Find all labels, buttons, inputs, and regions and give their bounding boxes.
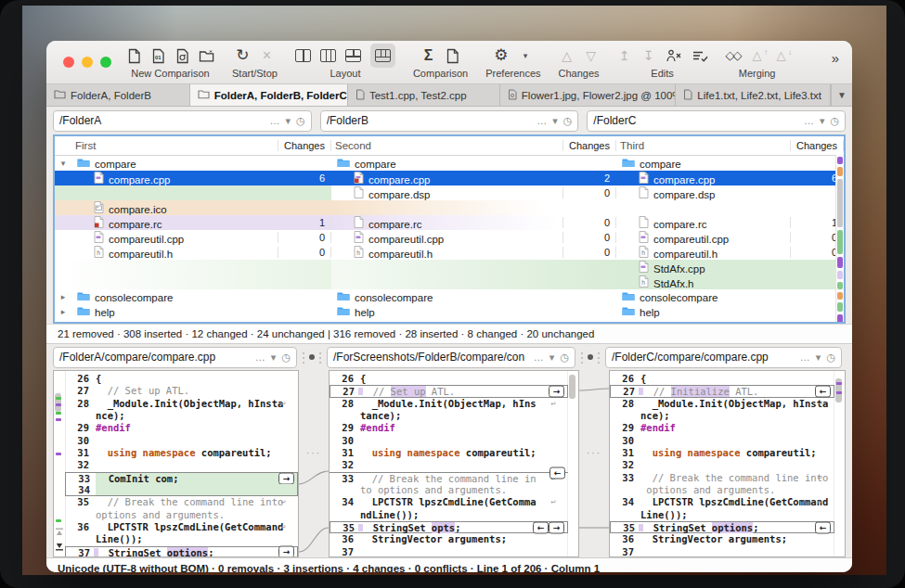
panel-splitter[interactable]	[575, 354, 605, 360]
link-toggle-button[interactable]	[588, 354, 593, 360]
comparison-report-icon[interactable]	[446, 45, 460, 66]
folder-path-input-1[interactable]: /FolderA…▾◷	[53, 110, 312, 132]
merge-left-button[interactable]: ←	[533, 521, 549, 533]
code-line[interactable]: 35 StringSet opts;←→	[330, 521, 568, 533]
path-history-icon[interactable]: ◷	[560, 352, 569, 364]
new-folder-comparison-icon[interactable]	[199, 45, 214, 66]
code-line[interactable]: 34 LPCTSTR lpszCmdLine(GetCommand↩	[610, 496, 834, 508]
code-line[interactable]: 29#endif	[610, 422, 834, 434]
code-line[interactable]: options and arguments.	[65, 509, 298, 521]
code-line[interactable]: 26{	[610, 373, 834, 385]
tab-2[interactable]: FolderA, FolderB, FolderC	[190, 84, 348, 106]
path-dropdown-icon[interactable]: ▾	[271, 352, 277, 364]
tab-4[interactable]: Flower1.jpg, Flower2.jpg @ 100%	[500, 84, 677, 106]
tab-3[interactable]: Test1.cpp, Test2.cpp	[348, 84, 500, 106]
scrollbar-thumb[interactable]	[55, 393, 61, 412]
scrollbar-thumb[interactable]	[569, 375, 575, 399]
layout-three-rows-icon[interactable]	[370, 44, 395, 68]
panel-splitter[interactable]	[297, 354, 327, 360]
code-line[interactable]: 27 // Set up ATL.	[65, 385, 298, 397]
path-history-icon[interactable]: ◷	[830, 115, 839, 127]
previous-edit-icon[interactable]: ↥	[617, 45, 632, 66]
folder-path-input-2[interactable]: /FolderB…▾◷	[320, 110, 579, 132]
merge-left-button[interactable]: ←	[549, 467, 565, 479]
code-scrollbar-right[interactable]	[834, 371, 845, 556]
code-line[interactable]: 33 ComInit com;→	[65, 472, 298, 484]
layout-two-columns-icon[interactable]	[295, 45, 311, 66]
layout-three-columns-icon[interactable]	[320, 45, 336, 66]
code-line[interactable]: 36 LPCTSTR lpszCmdLine(GetCommand↩	[65, 521, 298, 533]
tree-row[interactable]: hStdAfx.h	[55, 275, 844, 289]
tab-5[interactable]: Life1.txt, Life2.txt, Life3.txt	[676, 84, 831, 106]
merge-right-button[interactable]: →	[549, 521, 564, 533]
code-line[interactable]: 37 StringSet options;→	[65, 546, 298, 557]
tree-expander-open[interactable]: ▾	[55, 159, 71, 168]
code-line[interactable]: 33 // Break the command line in↩←	[330, 472, 568, 484]
new-binary-comparison-icon[interactable]: 01	[150, 45, 165, 66]
path-browse-icon[interactable]: …	[270, 115, 280, 126]
next-change-icon[interactable]: ▽	[584, 45, 599, 66]
code-line[interactable]: tance);	[330, 410, 568, 422]
file-path-input-1[interactable]: /FolderA/compare/compare.cpp…▾◷	[53, 347, 297, 368]
code-line[interactable]: 26{	[65, 373, 298, 385]
new-text-comparison-icon[interactable]	[126, 45, 141, 66]
next-edit-icon[interactable]: ↧	[641, 45, 656, 66]
merge-left-button[interactable]: ←	[815, 386, 831, 398]
code-line[interactable]: 27 // Initialize ATL.←	[610, 385, 834, 397]
zoom-window-button[interactable]	[100, 57, 111, 68]
accept-edits-icon[interactable]	[692, 45, 708, 66]
code-line[interactable]: 26{	[330, 373, 568, 385]
code-line[interactable]: ndLine());	[330, 509, 568, 521]
code-line[interactable]: 31 using namespace compareutil;	[610, 447, 834, 459]
new-image-comparison-icon[interactable]	[175, 45, 189, 66]
comparison-summary-icon[interactable]: Σ	[421, 45, 436, 66]
code-line[interactable]: 31 using namespace compareutil;	[65, 447, 298, 459]
path-dropdown-icon[interactable]: ▾	[286, 115, 291, 127]
code-line[interactable]: 29#endif	[65, 422, 298, 434]
tab-1[interactable]: FolderA, FolderB	[46, 84, 190, 106]
tree-row[interactable]: ▾comparecomparecompare	[55, 156, 844, 171]
path-history-icon[interactable]: ◷	[563, 115, 573, 127]
code-line[interactable]: 29#endif	[330, 422, 568, 434]
tree-row[interactable]: compare.dsp0compare.dsp	[55, 185, 844, 200]
code-line[interactable]: 30	[330, 435, 568, 447]
path-history-icon[interactable]: ◷	[281, 352, 291, 364]
merge-left-button[interactable]: ←	[815, 521, 831, 533]
tree-row[interactable]: compareutil.cpp0compareutil.cpp0compareu…	[55, 230, 844, 245]
scroll-to-bottom-icon[interactable]	[54, 543, 64, 551]
code-area[interactable]: 26{27 // Set up ATL.28 _Module.Init(Obje…	[65, 371, 298, 556]
folder-path-input-3[interactable]: /FolderC…▾◷	[587, 110, 846, 132]
toolbar-overflow-icon[interactable]: »	[832, 50, 839, 66]
merge-down-icon[interactable]: △↓	[774, 45, 789, 66]
path-history-icon[interactable]: ◷	[296, 115, 305, 127]
tree-minimap-scrollbar[interactable]	[835, 155, 844, 322]
code-line[interactable]: 31 using namespace compareutil;	[330, 447, 568, 459]
tree-row[interactable]: compare.ico	[55, 200, 844, 215]
path-browse-icon[interactable]: …	[534, 352, 544, 363]
code-line[interactable]: 30	[610, 435, 834, 447]
path-browse-icon[interactable]: …	[804, 115, 814, 126]
code-line[interactable]: nce);	[610, 410, 834, 422]
code-line[interactable]: 28 _Module.Init(ObjectMap, hInsta↩	[610, 398, 834, 410]
tree-row[interactable]: hcompareutil.h0hcompareutil.h0hcompareut…	[55, 245, 844, 260]
code-line[interactable]: to options and arguments.	[330, 484, 568, 496]
preferences-chevron-icon[interactable]: ▾	[518, 45, 533, 66]
code-line[interactable]: 33 // Break the command line into↩	[610, 472, 834, 484]
path-history-icon[interactable]: ◷	[826, 352, 835, 364]
tree-expander-closed[interactable]: ▸	[55, 307, 71, 316]
code-scrollbar-right[interactable]	[567, 371, 578, 556]
tree-row[interactable]: StdAfx.cpp	[55, 260, 844, 275]
code-line[interactable]: 35 StringSet options;←	[610, 521, 834, 533]
code-line[interactable]: 34	[65, 484, 298, 496]
code-line[interactable]: 37	[610, 546, 834, 557]
code-line[interactable]: 32	[330, 459, 568, 471]
scroll-to-top-icon[interactable]	[54, 528, 64, 536]
code-line[interactable]: 37	[330, 546, 568, 557]
link-toggle-button[interactable]	[309, 354, 315, 360]
tab-overflow-button[interactable]: ▼	[831, 84, 852, 106]
close-window-button[interactable]	[63, 57, 74, 68]
layout-two-rows-icon[interactable]	[345, 45, 361, 66]
tree-row[interactable]: compare.rc1compare.rc0compare.rc1	[55, 215, 844, 230]
stop-comparison-icon[interactable]: ×	[259, 45, 274, 66]
preferences-gear-icon[interactable]: ⚙	[494, 45, 509, 66]
